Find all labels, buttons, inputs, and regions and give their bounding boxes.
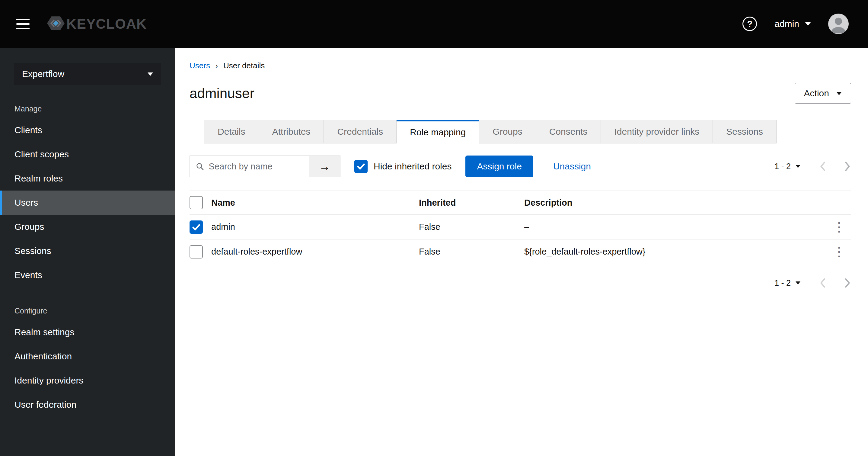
pagination-top: 1 - 2: [774, 161, 851, 172]
column-header-name: Name: [211, 198, 419, 208]
pagination-range-label: 1 - 2: [774, 279, 791, 288]
row-checkbox[interactable]: [189, 245, 203, 258]
table-row: admin False – ⋮: [189, 215, 851, 239]
kebab-menu-icon[interactable]: ⋮: [827, 246, 851, 258]
action-dropdown-button[interactable]: Action: [795, 83, 851, 104]
pagination-next-button[interactable]: [844, 278, 851, 288]
chevron-right-icon: [844, 161, 851, 172]
tab-details[interactable]: Details: [204, 120, 259, 143]
toolbar: → Hide inherited roles Assign role Unass…: [189, 155, 851, 177]
cell-description: ${role_default-roles-expertflow}: [524, 247, 827, 257]
sidebar-item-users[interactable]: Users: [0, 191, 175, 215]
realm-selector-label: Expertflow: [22, 69, 64, 79]
search-icon: [196, 162, 204, 171]
help-icon[interactable]: ?: [742, 17, 757, 31]
brand-text: KEYCLOAK: [66, 16, 147, 32]
pagination-range-dropdown[interactable]: 1 - 2: [774, 162, 800, 171]
sidebar-item-authentication[interactable]: Authentication: [0, 344, 175, 368]
breadcrumb: Users › User details: [189, 61, 851, 70]
sidebar: Expertflow Manage Clients Client scopes …: [0, 48, 175, 456]
menu-toggle-icon[interactable]: [16, 19, 30, 29]
table-header-row: Name Inherited Description: [189, 191, 851, 215]
search-box: [189, 155, 309, 177]
chevron-down-icon: [796, 281, 800, 284]
tab-consents[interactable]: Consents: [536, 120, 601, 143]
avatar[interactable]: [828, 13, 849, 34]
hide-inherited-label[interactable]: Hide inherited roles: [374, 161, 452, 172]
cell-inherited: False: [419, 247, 524, 257]
check-icon: [357, 162, 365, 171]
sidebar-item-realm-roles[interactable]: Realm roles: [0, 166, 175, 191]
breadcrumb-current: User details: [223, 61, 265, 70]
tab-credentials[interactable]: Credentials: [324, 120, 397, 143]
tab-identity-provider-links[interactable]: Identity provider links: [601, 120, 713, 143]
pagination-prev-button[interactable]: [819, 278, 826, 288]
page-header: adminuser Action: [189, 83, 851, 104]
chevron-down-icon: [805, 22, 811, 26]
sidebar-item-sessions[interactable]: Sessions: [0, 239, 175, 263]
chevron-down-icon: [796, 165, 800, 168]
cell-inherited: False: [419, 222, 524, 232]
check-icon: [192, 223, 200, 231]
role-mapping-table: Name Inherited Description admin False –…: [189, 191, 851, 264]
chevron-down-icon: [148, 73, 153, 76]
cell-role-name: default-roles-expertflow: [211, 247, 419, 257]
chevron-left-icon: [819, 161, 826, 172]
search-input[interactable]: [209, 162, 305, 172]
chevron-left-icon: [819, 278, 826, 288]
sidebar-item-client-scopes[interactable]: Client scopes: [0, 142, 175, 166]
sidebar-item-clients[interactable]: Clients: [0, 118, 175, 142]
nav-section-configure: Configure Realm settings Authentication …: [0, 307, 175, 417]
user-menu[interactable]: admin: [774, 19, 811, 29]
pagination-next-button[interactable]: [844, 161, 851, 172]
masthead: KEYCLOAK ? admin: [0, 0, 868, 48]
action-dropdown-label: Action: [804, 88, 829, 98]
main-content: Users › User details adminuser Action De…: [175, 48, 868, 288]
nav-section-title: Manage: [14, 105, 175, 113]
cell-description: –: [524, 222, 827, 232]
person-icon: [828, 13, 849, 34]
row-checkbox[interactable]: [189, 221, 203, 234]
tab-attributes[interactable]: Attributes: [259, 120, 324, 143]
pagination-bottom: 1 - 2: [774, 278, 851, 288]
pagination-range-dropdown[interactable]: 1 - 2: [774, 279, 800, 288]
chevron-down-icon: [836, 92, 842, 95]
tab-role-mapping[interactable]: Role mapping: [397, 120, 479, 143]
realm-selector[interactable]: Expertflow: [14, 63, 161, 85]
user-menu-label: admin: [774, 19, 799, 29]
assign-role-button[interactable]: Assign role: [465, 155, 533, 177]
tab-bar: Details Attributes Credentials Role mapp…: [204, 120, 851, 143]
nav-section-manage: Manage Clients Client scopes Realm roles…: [0, 105, 175, 287]
kebab-menu-icon[interactable]: ⋮: [827, 221, 851, 233]
sidebar-item-identity-providers[interactable]: Identity providers: [0, 368, 175, 393]
sidebar-item-groups[interactable]: Groups: [0, 215, 175, 239]
search-submit-button[interactable]: →: [309, 155, 340, 177]
tab-sessions[interactable]: Sessions: [713, 120, 777, 143]
page-title: adminuser: [189, 85, 254, 102]
column-header-description: Description: [524, 198, 827, 208]
keycloak-logo-icon: [47, 15, 65, 33]
unassign-link[interactable]: Unassign: [553, 161, 591, 172]
chevron-right-icon: [844, 278, 851, 288]
cell-role-name: admin: [211, 222, 419, 232]
select-all-checkbox[interactable]: [189, 196, 203, 209]
tab-groups[interactable]: Groups: [479, 120, 536, 143]
arrow-right-icon: →: [319, 160, 331, 173]
column-header-inherited: Inherited: [419, 198, 524, 208]
sidebar-item-events[interactable]: Events: [0, 263, 175, 287]
sidebar-item-user-federation[interactable]: User federation: [0, 393, 175, 417]
breadcrumb-users-link[interactable]: Users: [189, 61, 210, 70]
bottom-pagination-row: 1 - 2: [189, 278, 851, 288]
pagination-prev-button[interactable]: [819, 161, 826, 172]
sidebar-item-realm-settings[interactable]: Realm settings: [0, 320, 175, 344]
pagination-range-label: 1 - 2: [774, 162, 791, 171]
breadcrumb-separator-icon: ›: [216, 62, 218, 70]
nav-section-title: Configure: [14, 307, 175, 315]
keycloak-logo[interactable]: KEYCLOAK: [47, 15, 147, 33]
hide-inherited-checkbox[interactable]: [354, 160, 368, 173]
table-row: default-roles-expertflow False ${role_de…: [189, 239, 851, 264]
